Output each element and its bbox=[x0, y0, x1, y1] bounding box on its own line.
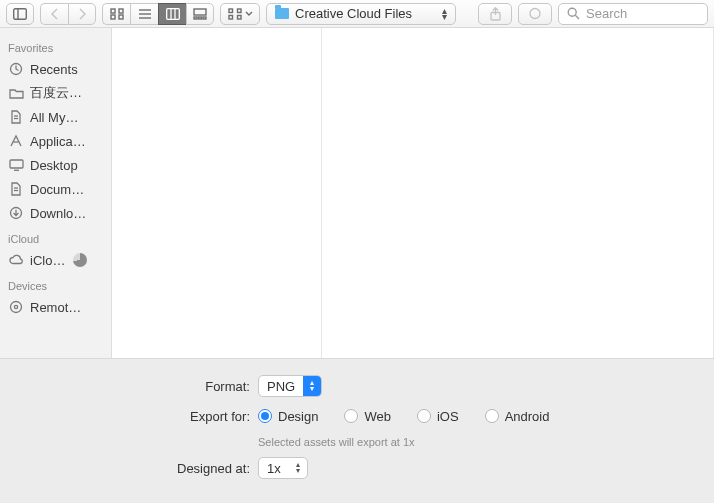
doc-icon bbox=[8, 182, 24, 196]
nav-buttons bbox=[40, 3, 96, 25]
sidebar-item[interactable]: All My… bbox=[0, 105, 111, 129]
storage-pie-icon bbox=[73, 253, 87, 267]
svg-rect-16 bbox=[229, 9, 233, 13]
sidebar: FavoritesRecents百度云…All My…Applica…Deskt… bbox=[0, 28, 112, 358]
column-2[interactable] bbox=[322, 28, 714, 358]
radio-icon bbox=[258, 409, 272, 423]
arrange-menu-button[interactable] bbox=[220, 3, 260, 25]
svg-rect-3 bbox=[119, 9, 123, 13]
search-field[interactable]: Search bbox=[558, 3, 708, 25]
search-placeholder: Search bbox=[586, 6, 627, 21]
folder-icon bbox=[8, 87, 24, 99]
svg-rect-18 bbox=[229, 15, 233, 19]
designedat-select[interactable]: 1x ▴▾ bbox=[258, 457, 308, 479]
svg-point-23 bbox=[568, 8, 576, 16]
svg-rect-0 bbox=[14, 8, 27, 19]
doc-icon bbox=[8, 110, 24, 124]
sidebar-item[interactable]: iClo… bbox=[0, 248, 111, 272]
desktop-icon bbox=[8, 159, 24, 171]
sidebar-item[interactable]: Desktop bbox=[0, 153, 111, 177]
svg-rect-14 bbox=[199, 17, 202, 19]
sidebar-heading: Devices bbox=[0, 272, 111, 295]
path-label: Creative Cloud Files bbox=[295, 6, 412, 21]
cloud-icon bbox=[8, 254, 24, 266]
back-button[interactable] bbox=[40, 3, 68, 25]
designedat-value: 1x bbox=[259, 461, 289, 476]
download-icon bbox=[8, 206, 24, 220]
tags-button[interactable] bbox=[518, 3, 552, 25]
file-browser: FavoritesRecents百度云…All My…Applica…Deskt… bbox=[0, 28, 714, 358]
sidebar-item[interactable]: Recents bbox=[0, 57, 111, 81]
path-dropdown[interactable]: Creative Cloud Files ▴▾ bbox=[266, 3, 456, 25]
radio-icon bbox=[485, 409, 499, 423]
sidebar-item-label: Desktop bbox=[30, 158, 78, 173]
svg-rect-2 bbox=[111, 9, 115, 13]
radio-label: Web bbox=[364, 409, 391, 424]
view-gallery-button[interactable] bbox=[186, 3, 214, 25]
radio-icon bbox=[344, 409, 358, 423]
folder-icon bbox=[275, 8, 289, 19]
svg-rect-13 bbox=[194, 17, 197, 19]
sidebar-item-label: Docum… bbox=[30, 182, 84, 197]
column-view bbox=[112, 28, 714, 358]
exportfor-label: Export for: bbox=[0, 409, 258, 424]
sidebar-heading: iCloud bbox=[0, 225, 111, 248]
view-mode-buttons bbox=[102, 3, 214, 25]
exportfor-radio-android[interactable]: Android bbox=[485, 409, 550, 424]
svg-rect-4 bbox=[111, 15, 115, 19]
sidebar-item-label: Applica… bbox=[30, 134, 86, 149]
sidebar-item[interactable]: Downlo… bbox=[0, 201, 111, 225]
view-columns-button[interactable] bbox=[158, 3, 186, 25]
svg-point-36 bbox=[14, 305, 17, 308]
export-panel: Format: PNG ▴▾ Export for: DesignWebiOSA… bbox=[0, 358, 714, 503]
radio-icon bbox=[417, 409, 431, 423]
clock-icon bbox=[8, 62, 24, 76]
search-icon bbox=[567, 7, 580, 20]
sidebar-item-label: Downlo… bbox=[30, 206, 86, 221]
format-select[interactable]: PNG ▴▾ bbox=[258, 375, 322, 397]
disc-icon bbox=[8, 300, 24, 314]
svg-point-35 bbox=[11, 302, 22, 313]
radio-label: iOS bbox=[437, 409, 459, 424]
radio-label: Design bbox=[278, 409, 318, 424]
sidebar-item-label: Remot… bbox=[30, 300, 81, 315]
view-icons-button[interactable] bbox=[102, 3, 130, 25]
svg-rect-9 bbox=[166, 8, 179, 19]
exportfor-radio-design[interactable]: Design bbox=[258, 409, 318, 424]
svg-rect-15 bbox=[203, 17, 206, 19]
svg-rect-19 bbox=[237, 15, 241, 19]
exportfor-radios: DesignWebiOSAndroid bbox=[258, 409, 549, 424]
app-icon bbox=[8, 134, 24, 148]
toolbar: Creative Cloud Files ▴▾ Search bbox=[0, 0, 714, 28]
svg-point-22 bbox=[530, 9, 540, 19]
exportfor-radio-web[interactable]: Web bbox=[344, 409, 391, 424]
column-1[interactable] bbox=[112, 28, 322, 358]
svg-rect-17 bbox=[237, 9, 241, 13]
sidebar-item-label: 百度云… bbox=[30, 84, 82, 102]
designedat-label: Designed at: bbox=[0, 461, 258, 476]
sidebar-item[interactable]: Applica… bbox=[0, 129, 111, 153]
toggle-sidebar-button[interactable] bbox=[6, 3, 34, 25]
forward-button[interactable] bbox=[68, 3, 96, 25]
svg-rect-29 bbox=[10, 160, 23, 168]
export-hint: Selected assets will export at 1x bbox=[258, 436, 415, 448]
format-label: Format: bbox=[0, 379, 258, 394]
sidebar-item-label: All My… bbox=[30, 110, 78, 125]
view-list-button[interactable] bbox=[130, 3, 158, 25]
svg-rect-12 bbox=[194, 9, 206, 15]
sidebar-item-label: Recents bbox=[30, 62, 78, 77]
chevron-updown-icon: ▴▾ bbox=[303, 376, 321, 396]
chevron-updown-icon: ▴▾ bbox=[442, 8, 447, 20]
radio-label: Android bbox=[505, 409, 550, 424]
sidebar-heading: Favorites bbox=[0, 34, 111, 57]
sidebar-item[interactable]: Remot… bbox=[0, 295, 111, 319]
chevron-updown-icon: ▴▾ bbox=[289, 458, 307, 478]
share-button[interactable] bbox=[478, 3, 512, 25]
format-value: PNG bbox=[259, 379, 303, 394]
svg-line-24 bbox=[575, 15, 579, 19]
sidebar-item[interactable]: 百度云… bbox=[0, 81, 111, 105]
svg-rect-5 bbox=[119, 15, 123, 19]
exportfor-radio-ios[interactable]: iOS bbox=[417, 409, 459, 424]
sidebar-item-label: iClo… bbox=[30, 253, 65, 268]
sidebar-item[interactable]: Docum… bbox=[0, 177, 111, 201]
